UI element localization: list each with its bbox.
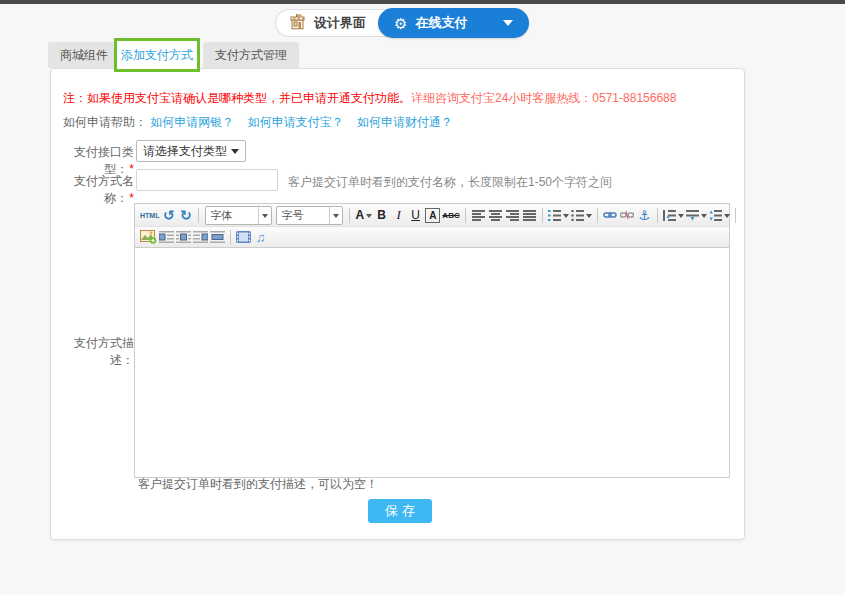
align-right-icon[interactable] <box>504 206 521 225</box>
help-link-alipay[interactable]: 如何申请支付宝？ <box>248 115 344 129</box>
image-inline-icon[interactable] <box>175 228 192 247</box>
indent-increase-button[interactable] <box>662 206 685 225</box>
html-source-button[interactable]: HTML <box>139 206 160 225</box>
editor-toolbar-row2: ♫ <box>135 227 729 248</box>
dropdown-caret-icon <box>503 20 513 31</box>
toolbar-separator <box>597 208 598 223</box>
tab-mall-components[interactable]: 商城组件 <box>48 42 120 68</box>
gear-icon: ⚙ <box>394 16 407 31</box>
align-left-icon[interactable] <box>470 206 487 225</box>
font-size-select[interactable]: 字号 <box>276 206 343 225</box>
combo-caret-icon <box>678 214 684 221</box>
interface-type-select[interactable]: 请选择支付类型 <box>136 140 246 162</box>
help-link-tenpay[interactable]: 如何申请财付通？ <box>357 115 453 129</box>
tab-manage-payment[interactable]: 支付方式管理 <box>203 42 299 68</box>
online-pay-button[interactable]: ⚙ 在线支付 <box>378 8 529 38</box>
undo-icon[interactable]: ↺ <box>160 206 177 225</box>
design-view-button[interactable]: 设计界面 <box>275 9 392 37</box>
add-payment-panel: 注：如果使用支付宝请确认是哪种类型，并已申请开通支付功能。详细咨询支付宝24小时… <box>50 68 745 540</box>
tab-add-payment-highlighted[interactable]: 添加支付方式 <box>114 38 200 72</box>
payment-name-input[interactable] <box>136 169 278 191</box>
payment-desc-hint: 客户提交订单时看到的支付描述，可以为空！ <box>138 476 378 493</box>
help-link-netbank[interactable]: 如何申请网银？ <box>150 115 234 129</box>
image-block-icon[interactable] <box>209 228 226 247</box>
save-button[interactable]: 保存 <box>368 499 432 523</box>
indent-decrease-button[interactable] <box>685 206 708 225</box>
italic-button[interactable]: I <box>390 206 407 225</box>
anchor-icon[interactable]: ⚓ <box>636 206 653 225</box>
background-color-button[interactable]: A <box>424 206 441 225</box>
payment-name-hint: 客户提交订单时看到的支付名称，长度限制在1-50个字符之间 <box>288 174 612 191</box>
combo-caret-icon <box>563 214 569 221</box>
combo-caret-icon <box>701 214 707 221</box>
toolbar-separator <box>349 208 350 223</box>
interface-type-selected-value: 请选择支付类型 <box>137 143 231 160</box>
payment-name-label: 支付方式名称：* <box>51 173 134 207</box>
tab-add-payment-label: 添加支付方式 <box>121 47 193 64</box>
toolbar-separator <box>198 208 199 223</box>
toolbar-separator <box>230 230 231 245</box>
remove-link-icon[interactable] <box>619 206 636 225</box>
editor-toolbar-row1: HTML ↺ ↻ 字体 字号 A B I U A ABC <box>135 204 729 227</box>
insert-link-icon[interactable] <box>602 206 619 225</box>
combo-caret-icon <box>724 214 730 221</box>
alipay-notice: 注：如果使用支付宝请确认是哪种类型，并已申请开通支付功能。详细咨询支付宝24小时… <box>63 90 676 107</box>
toolbar-separator <box>542 208 543 223</box>
insert-image-icon[interactable] <box>139 228 158 247</box>
toolbar-separator <box>465 208 466 223</box>
align-justify-icon[interactable] <box>521 206 538 225</box>
notice-text: 注：如果使用支付宝请确认是哪种类型，并已申请开通支付功能。 <box>63 91 411 105</box>
align-center-icon[interactable] <box>487 206 504 225</box>
image-float-right-icon[interactable] <box>192 228 209 247</box>
redo-icon[interactable]: ↻ <box>177 206 194 225</box>
combo-caret-icon <box>586 214 592 221</box>
insert-video-icon[interactable] <box>235 228 252 247</box>
description-rich-editor: HTML ↺ ↻ 字体 字号 A B I U A ABC <box>134 203 730 478</box>
editor-content-area[interactable] <box>135 248 729 477</box>
top-dark-bar <box>0 0 845 4</box>
image-float-left-icon[interactable] <box>158 228 175 247</box>
design-view-label: 设计界面 <box>314 14 366 32</box>
combo-caret-icon <box>366 214 372 221</box>
ordered-list-button[interactable] <box>547 206 570 225</box>
toolbar-separator <box>657 208 658 223</box>
notice-hotline: 详细咨询支付宝24小时客服热线：0571-88156688 <box>411 91 676 105</box>
header-switcher: 设计界面 ⚙ 在线支付 <box>275 8 529 38</box>
help-links-row: 如何申请帮助： 如何申请网银？ 如何申请支付宝？ 如何申请财付通？ <box>63 114 463 131</box>
underline-button[interactable]: U <box>407 206 424 225</box>
font-family-value: 字体 <box>206 208 258 223</box>
strikethrough-button[interactable]: ABC <box>441 206 460 225</box>
help-label: 如何申请帮助： <box>63 115 147 129</box>
online-pay-label: 在线支付 <box>415 14 467 32</box>
font-family-select[interactable]: 字体 <box>205 206 272 225</box>
combo-caret-icon <box>329 207 342 224</box>
toolbar-separator <box>735 208 736 223</box>
insert-music-icon[interactable]: ♫ <box>252 228 269 247</box>
storefront-icon <box>289 14 307 33</box>
line-height-button[interactable] <box>708 206 731 225</box>
combo-caret-icon <box>258 207 271 224</box>
payment-desc-label: 支付方式描述： <box>51 335 134 369</box>
select-caret-icon <box>231 149 239 158</box>
font-size-value: 字号 <box>277 208 329 223</box>
bold-button[interactable]: B <box>373 206 390 225</box>
font-color-button[interactable]: A <box>354 206 373 225</box>
unordered-list-button[interactable] <box>570 206 593 225</box>
